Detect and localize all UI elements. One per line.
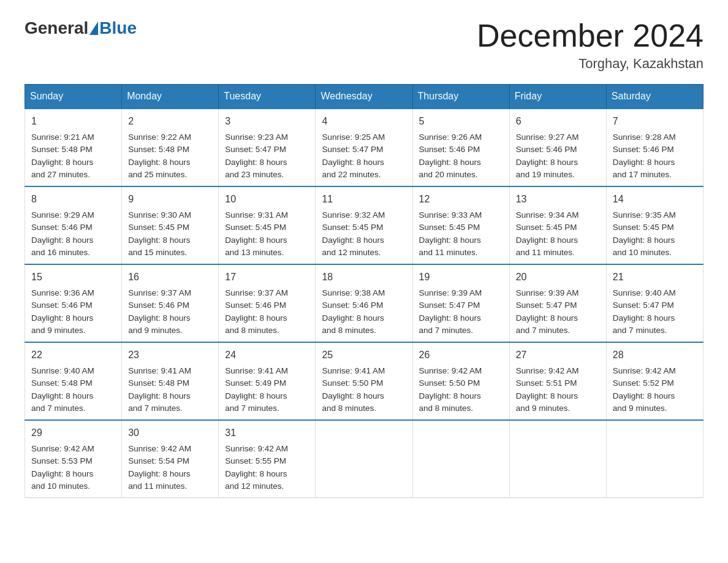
daylight-minutes: and 8 minutes. — [225, 326, 279, 335]
sunset-label: Sunset: 5:51 PM — [516, 378, 577, 388]
day-number: 9 — [128, 192, 212, 207]
daylight-label: Daylight: 8 hours — [225, 236, 287, 245]
daylight-minutes: and 11 minutes. — [516, 248, 575, 257]
calendar-cell: 2Sunrise: 9:22 AMSunset: 5:48 PMDaylight… — [122, 109, 219, 186]
sunrise-label: Sunrise: 9:41 AM — [225, 366, 288, 375]
daylight-label: Daylight: 8 hours — [516, 158, 578, 167]
sunrise-label: Sunrise: 9:41 AM — [322, 366, 385, 375]
day-number: 13 — [516, 192, 600, 207]
daylight-label: Daylight: 8 hours — [613, 313, 675, 323]
calendar-cell: 3Sunrise: 9:23 AMSunset: 5:47 PMDaylight… — [219, 109, 316, 186]
daylight-label: Daylight: 8 hours — [128, 469, 190, 478]
sunrise-label: Sunrise: 9:42 AM — [31, 444, 94, 453]
day-number: 17 — [225, 270, 309, 285]
day-number: 5 — [419, 114, 503, 129]
calendar-cell: 27Sunrise: 9:42 AMSunset: 5:51 PMDayligh… — [509, 342, 606, 420]
daylight-label: Daylight: 8 hours — [419, 313, 481, 323]
sunset-label: Sunset: 5:46 PM — [31, 223, 93, 232]
sunset-label: Sunset: 5:48 PM — [31, 145, 93, 154]
daylight-label: Daylight: 8 hours — [128, 158, 190, 167]
day-number: 23 — [128, 348, 212, 362]
calendar-cell: 7Sunrise: 9:28 AMSunset: 5:46 PMDaylight… — [606, 109, 703, 186]
daylight-minutes: and 11 minutes. — [128, 481, 187, 491]
daylight-label: Daylight: 8 hours — [225, 469, 287, 478]
daylight-minutes: and 10 minutes. — [613, 248, 672, 257]
sunset-label: Sunset: 5:45 PM — [419, 223, 480, 232]
sunset-label: Sunset: 5:54 PM — [128, 456, 189, 465]
day-number: 2 — [128, 114, 212, 129]
main-title: December 2024 — [477, 18, 703, 53]
daylight-minutes: and 8 minutes. — [322, 404, 376, 413]
calendar-cell: 22Sunrise: 9:40 AMSunset: 5:48 PMDayligh… — [25, 342, 122, 420]
sunrise-label: Sunrise: 9:31 AM — [225, 210, 288, 220]
week-row-2: 8Sunrise: 9:29 AMSunset: 5:46 PMDaylight… — [25, 186, 703, 264]
calendar-table: Sunday Monday Tuesday Wednesday Thursday… — [25, 84, 703, 498]
calendar-cell: 24Sunrise: 9:41 AMSunset: 5:49 PMDayligh… — [219, 342, 316, 420]
col-sunday: Sunday — [25, 85, 122, 109]
daylight-minutes: and 22 minutes. — [322, 170, 381, 179]
sunset-label: Sunset: 5:47 PM — [322, 145, 383, 154]
col-wednesday: Wednesday — [316, 85, 412, 109]
calendar-cell: 25Sunrise: 9:41 AMSunset: 5:50 PMDayligh… — [316, 342, 412, 420]
daylight-minutes: and 11 minutes. — [419, 248, 478, 257]
sunrise-label: Sunrise: 9:30 AM — [128, 210, 191, 220]
title-block: December 2024 Torghay, Kazakhstan — [477, 18, 703, 72]
sunset-label: Sunset: 5:45 PM — [128, 223, 189, 232]
calendar-cell: 17Sunrise: 9:37 AMSunset: 5:46 PMDayligh… — [219, 264, 316, 342]
daylight-minutes: and 8 minutes. — [322, 326, 376, 335]
daylight-label: Daylight: 8 hours — [419, 391, 481, 400]
week-row-1: 1Sunrise: 9:21 AMSunset: 5:48 PMDaylight… — [25, 109, 703, 186]
day-number: 27 — [516, 348, 600, 362]
week-row-3: 15Sunrise: 9:36 AMSunset: 5:46 PMDayligh… — [25, 264, 703, 342]
sunset-label: Sunset: 5:48 PM — [128, 145, 189, 154]
daylight-label: Daylight: 8 hours — [613, 158, 675, 167]
calendar-cell — [509, 420, 606, 498]
day-number: 11 — [322, 192, 406, 207]
sunset-label: Sunset: 5:50 PM — [419, 378, 480, 388]
day-number: 24 — [225, 348, 309, 362]
logo-general-text: General — [25, 18, 88, 38]
daylight-label: Daylight: 8 hours — [613, 236, 675, 245]
sunrise-label: Sunrise: 9:33 AM — [419, 210, 482, 220]
sunrise-label: Sunrise: 9:42 AM — [128, 444, 191, 453]
day-number: 21 — [613, 270, 697, 285]
sunrise-label: Sunrise: 9:35 AM — [613, 210, 676, 220]
daylight-minutes: and 8 minutes. — [419, 404, 474, 413]
sunrise-label: Sunrise: 9:42 AM — [516, 366, 579, 375]
daylight-label: Daylight: 8 hours — [322, 391, 384, 400]
calendar-cell: 6Sunrise: 9:27 AMSunset: 5:46 PMDaylight… — [509, 109, 606, 186]
calendar-cell: 1Sunrise: 9:21 AMSunset: 5:48 PMDaylight… — [25, 109, 122, 186]
daylight-label: Daylight: 8 hours — [31, 313, 93, 323]
calendar-header-row: Sunday Monday Tuesday Wednesday Thursday… — [25, 85, 703, 109]
day-number: 22 — [31, 348, 115, 362]
calendar-cell: 16Sunrise: 9:37 AMSunset: 5:46 PMDayligh… — [122, 264, 219, 342]
calendar-cell — [606, 420, 703, 498]
daylight-label: Daylight: 8 hours — [31, 391, 93, 400]
daylight-minutes: and 17 minutes. — [613, 170, 672, 179]
col-tuesday: Tuesday — [219, 85, 316, 109]
sunrise-label: Sunrise: 9:32 AM — [322, 210, 385, 220]
day-number: 1 — [31, 114, 115, 129]
sunset-label: Sunset: 5:46 PM — [31, 301, 93, 310]
day-number: 4 — [322, 114, 406, 129]
col-monday: Monday — [122, 85, 219, 109]
daylight-minutes: and 19 minutes. — [516, 170, 575, 179]
daylight-minutes: and 12 minutes. — [225, 481, 284, 491]
calendar-cell: 5Sunrise: 9:26 AMSunset: 5:46 PMDaylight… — [412, 109, 509, 186]
day-number: 15 — [31, 270, 115, 285]
subtitle: Torghay, Kazakhstan — [477, 56, 703, 72]
daylight-minutes: and 9 minutes. — [516, 404, 571, 413]
day-number: 16 — [128, 270, 212, 285]
day-number: 18 — [322, 270, 406, 285]
day-number: 28 — [613, 348, 697, 362]
day-number: 19 — [419, 270, 503, 285]
sunrise-label: Sunrise: 9:28 AM — [613, 132, 676, 142]
sunset-label: Sunset: 5:47 PM — [516, 301, 577, 310]
calendar-cell: 15Sunrise: 9:36 AMSunset: 5:46 PMDayligh… — [25, 264, 122, 342]
day-number: 14 — [613, 192, 697, 207]
daylight-label: Daylight: 8 hours — [322, 158, 384, 167]
sunset-label: Sunset: 5:45 PM — [516, 223, 577, 232]
calendar-cell: 4Sunrise: 9:25 AMSunset: 5:47 PMDaylight… — [316, 109, 412, 186]
sunrise-label: Sunrise: 9:26 AM — [419, 132, 482, 142]
sunrise-label: Sunrise: 9:42 AM — [225, 444, 288, 453]
